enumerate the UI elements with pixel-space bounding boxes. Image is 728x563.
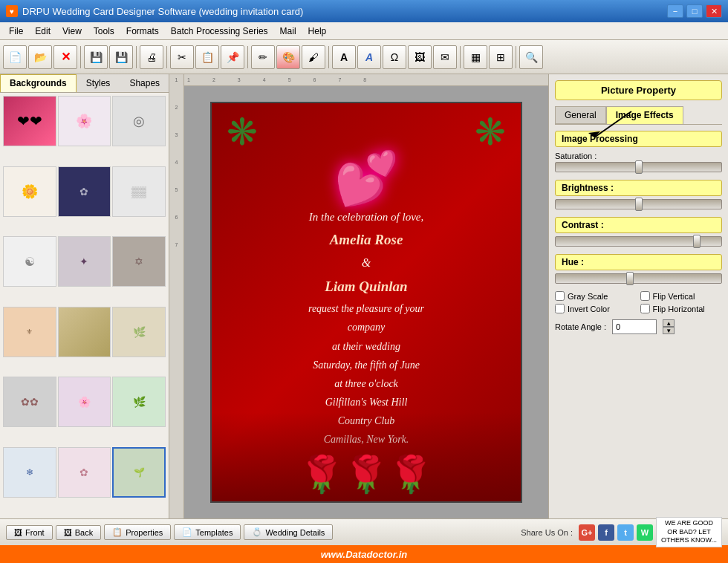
print-button[interactable]: 🖨 [140, 45, 163, 69]
tab-styles[interactable]: Styles [77, 74, 120, 92]
rotate-input[interactable] [612, 319, 657, 334]
brightness-header: Brightness : [555, 180, 722, 196]
thumb-bg6[interactable]: ▒▒ [112, 166, 166, 217]
restore-button[interactable]: □ [686, 4, 703, 18]
google-plus-icon[interactable]: G+ [579, 524, 595, 541]
thumb-bg9[interactable]: ✡ [112, 236, 166, 287]
zoom-in-button[interactable]: 🔍 [519, 45, 543, 69]
social-icons: G+ f t W [579, 524, 653, 541]
thumb-bg16[interactable]: ❄ [3, 447, 56, 498]
gray-scale-item: Gray Scale [555, 291, 637, 301]
flip-horizontal-checkbox[interactable] [640, 304, 650, 313]
templates-button[interactable]: 📄 Templates [174, 524, 241, 540]
website-url: www.Datadoctor.in [321, 549, 408, 560]
new-button[interactable]: 📄 [3, 45, 27, 69]
close-doc-button[interactable]: ✕ [53, 45, 77, 69]
rotate-label: Rotate Angle : [555, 322, 606, 331]
qr-button[interactable]: ⊞ [489, 45, 513, 69]
invert-color-checkbox[interactable] [555, 304, 565, 313]
thumb-bg12[interactable]: 🌿 [112, 307, 166, 357]
hue-track[interactable] [555, 273, 722, 284]
wordart-button[interactable]: A [357, 45, 381, 69]
thumb-bg4[interactable]: 🌼 [3, 166, 56, 217]
copy-button[interactable]: 📋 [195, 45, 219, 69]
property-tabs: General Image Effects [555, 106, 722, 125]
bottom-toolbar: 🖼 Front 🖼 Back 📋 Properties 📄 Templates … [0, 518, 728, 545]
thumb-bg10[interactable]: ⚜ [3, 307, 56, 357]
wedding-details-button[interactable]: 💍 Wedding Details [244, 524, 333, 540]
rose-decoration: 🌹🌹🌹 [212, 412, 521, 501]
menu-tools[interactable]: Tools [88, 25, 120, 38]
menu-help[interactable]: Help [302, 25, 333, 38]
thumb-bg2[interactable]: 🌸 [58, 96, 111, 146]
facebook-icon[interactable]: f [598, 524, 614, 541]
thumb-bg11[interactable] [58, 307, 111, 357]
hue-thumb[interactable] [626, 272, 634, 285]
menu-formats[interactable]: Formats [120, 25, 165, 38]
thumb-bg13[interactable]: ✿✿ [3, 377, 56, 427]
tab-backgrounds[interactable]: Backgrounds [0, 74, 77, 92]
flip-vertical-checkbox[interactable] [640, 291, 650, 301]
window-controls: − □ ✕ [667, 4, 722, 18]
barcode-button[interactable]: ▦ [464, 45, 487, 69]
thumb-bg1[interactable]: ❤❤ [3, 96, 56, 146]
right-panel: Picture Property General Image Effects I… [548, 74, 728, 518]
menu-batch[interactable]: Batch Processing Series [165, 25, 274, 38]
thumb-bg14[interactable]: 🌸 [58, 377, 111, 427]
front-icon: 🖼 [14, 528, 22, 537]
saturation-thumb[interactable] [635, 160, 643, 174]
paste-button[interactable]: 📌 [221, 45, 244, 69]
menu-file[interactable]: File [3, 25, 29, 38]
open-button[interactable]: 📂 [28, 45, 52, 69]
menu-mail[interactable]: Mail [274, 25, 302, 38]
close-button[interactable]: ✕ [706, 4, 722, 18]
toolbar-separator-6 [460, 46, 461, 68]
draw-button[interactable]: ✏ [251, 45, 275, 69]
gray-scale-checkbox[interactable] [555, 291, 565, 301]
flip-horizontal-item: Flip Horizontal [640, 304, 723, 313]
saturation-track[interactable] [555, 162, 722, 172]
save-as-button[interactable]: 💾 [109, 45, 133, 69]
contrast-track[interactable] [555, 236, 722, 247]
front-button[interactable]: 🖼 Front [6, 525, 53, 540]
spin-up[interactable]: ▲ [663, 319, 675, 327]
hearts-decoration: 💕 [334, 148, 399, 209]
thumb-bg18[interactable]: 🌱 [112, 447, 166, 498]
card-line5: Saturday, the fifth of June [241, 356, 491, 374]
envelope-button[interactable]: ✉ [433, 45, 457, 69]
contrast-thumb[interactable] [693, 235, 701, 248]
image-button[interactable]: 🖼 [408, 45, 432, 69]
thumb-bg17[interactable]: ✿ [58, 447, 111, 498]
text-button[interactable]: A [332, 45, 356, 69]
properties-button[interactable]: 📋 Properties [104, 524, 171, 540]
minimize-button[interactable]: − [667, 4, 683, 18]
cut-button[interactable]: ✂ [170, 45, 194, 69]
menu-view[interactable]: View [56, 25, 88, 38]
save-button[interactable]: 💾 [84, 45, 108, 69]
color-button[interactable]: 🎨 [276, 45, 300, 69]
brightness-thumb[interactable] [635, 198, 643, 211]
horizontal-ruler: 12345678 [184, 74, 548, 86]
tab-shapes[interactable]: Shapes [120, 74, 169, 92]
menu-bar: File Edit View Tools Formats Batch Proce… [0, 22, 728, 40]
menu-edit[interactable]: Edit [29, 25, 56, 38]
brightness-group [555, 199, 722, 209]
thumb-bg3[interactable]: ◎ [112, 96, 166, 146]
flip-horizontal-label: Flip Horizontal [653, 305, 705, 313]
thumb-bg15[interactable]: 🌿 [112, 377, 166, 427]
thumb-bg7[interactable]: ☯ [3, 236, 56, 287]
brush-button[interactable]: 🖌 [302, 45, 325, 69]
brightness-track[interactable] [555, 199, 722, 209]
templates-icon: 📄 [182, 527, 192, 537]
whatsapp-icon[interactable]: W [637, 524, 653, 541]
spin-down[interactable]: ▼ [663, 327, 675, 334]
thumb-bg5[interactable]: ✿ [58, 166, 111, 217]
properties-icon: 📋 [112, 527, 123, 537]
symbol-button[interactable]: Ω [383, 45, 406, 69]
vertical-ruler: 123 45 67 [169, 74, 184, 518]
twitter-icon[interactable]: t [617, 524, 634, 541]
thumb-bg8[interactable]: ✦ [58, 236, 111, 287]
flip-vertical-item: Flip Vertical [640, 291, 723, 301]
wedding-card[interactable]: ❋ ❋ 💕 In the celebration of love, Amelia… [210, 102, 522, 503]
back-button[interactable]: 🖼 Back [56, 525, 101, 540]
